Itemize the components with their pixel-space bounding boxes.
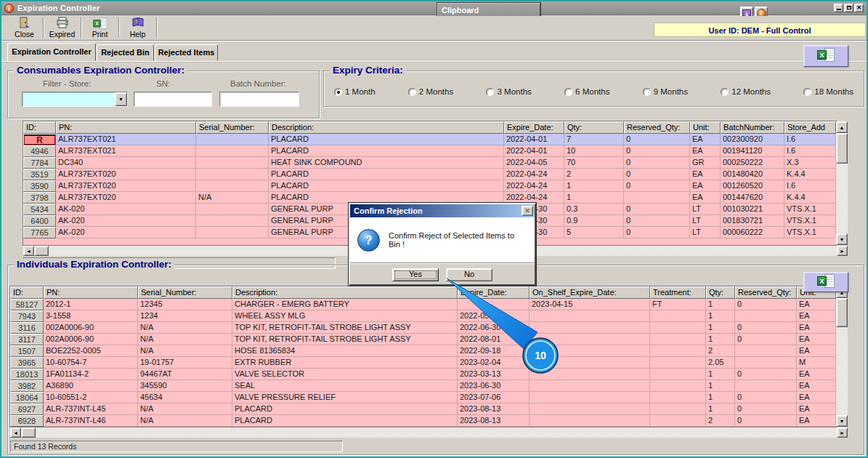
expiry-radio-2-months[interactable]: 2 Months [408,87,453,96]
column-header[interactable]: Expire_Date: [504,121,564,134]
dialog-title-bar[interactable]: Confirm Rejection ✕ [350,204,535,217]
scroll-down-button[interactable]: ▼ [836,415,848,427]
column-header[interactable]: Serial_Number: [138,286,232,299]
table-cell: PLACARD [269,192,504,204]
table-row[interactable]: 6928ALR-737INT-L46N/APLACARD2023-08-1320… [10,415,836,427]
scroll-thumb[interactable] [836,298,848,327]
column-header[interactable]: ID: [23,121,56,134]
expired-button[interactable]: Expired [45,17,79,39]
yes-button[interactable]: Yes [392,268,439,281]
radio-icon[interactable] [408,88,416,96]
individuals-hscrollbar[interactable]: ◄ ► [10,427,848,438]
restore-button[interactable] [844,4,853,12]
radio-icon[interactable] [803,88,811,96]
print-button[interactable]: X Print [83,17,117,39]
column-header[interactable]: Expire_Date: [458,286,530,299]
column-header[interactable]: Reserved_Qty: [735,286,797,299]
title-bar[interactable]: i Expiration Controller [1,1,867,15]
scroll-down-button[interactable]: ▼ [836,233,848,245]
column-header[interactable]: Qty: [706,286,735,299]
radio-icon[interactable] [564,88,572,96]
scroll-right-button[interactable]: ► [837,427,848,438]
table-row[interactable]: RALR737EXT021PLACARD2022-04-0170EA002300… [23,134,836,145]
column-header[interactable]: Qty: [564,121,624,134]
radio-icon[interactable] [643,88,651,96]
scroll-up-button[interactable]: ▲ [836,121,848,133]
scroll-right-button[interactable]: ► [837,246,848,256]
radio-icon[interactable] [486,88,494,96]
table-row[interactable]: 1507BOE2252-0005N/AHOSE 813658342022-09-… [10,345,836,357]
scroll-thumb[interactable] [34,246,49,256]
reject-flag-button[interactable]: R [24,135,55,145]
expiry-radio-18-months[interactable]: 18 Months [803,87,853,96]
table-row[interactable]: 3117002A0006-90N/ATOP KIT, RETROFIT-TAIL… [10,334,836,345]
tab-rejected-items[interactable]: Rejected Items [155,44,218,61]
column-header[interactable]: PN: [44,286,138,299]
table-cell: VTS.X.1 [784,204,836,215]
table-cell: 0 [735,403,797,415]
filter-store-dropdown[interactable]: ▼ [22,92,128,107]
table-cell [624,192,690,204]
chevron-down-icon[interactable]: ▼ [115,92,127,106]
individuals-vscrollbar[interactable]: ▲ ▼ [836,286,848,427]
table-row[interactable]: 396510-60754-719-01757EXTR RUBBER2023-02… [10,357,836,369]
table-cell: 2022-04-24 [504,192,564,204]
column-header[interactable]: BatchNumber: [721,121,784,134]
table-row[interactable]: 6927ALR-737INT-L45N/APLACARD2023-08-1310… [10,403,836,415]
radio-label: 1 Month [345,87,376,96]
table-row[interactable]: 7784DC340HEAT SINK COMPOUND2022-04-05700… [23,157,836,169]
table-cell: 1 [564,192,624,204]
column-header[interactable]: Description: [232,286,458,299]
expiry-radio-3-months[interactable]: 3 Months [486,87,531,96]
scroll-left-button[interactable]: ◄ [23,246,34,256]
scroll-thumb[interactable] [21,427,36,438]
dialog-close-icon[interactable]: ✕ [522,206,533,216]
column-header[interactable]: PN: [56,121,196,134]
column-header[interactable]: Treatment: [650,286,706,299]
tab-rejected-bin[interactable]: Rejected Bin [97,44,154,61]
table-row[interactable]: 180131FA01134-294467ATVALVE SELECTOR2023… [10,369,836,380]
table-row[interactable]: 581272012-112345CHARGER - EMERG BATTERY2… [10,299,836,310]
minimize-button[interactable] [834,4,843,12]
batch-number-input[interactable] [219,92,299,107]
table-row[interactable]: 3116002A0006-90N/ATOP KIT, RETROFIT-TAIL… [10,322,836,334]
column-header[interactable]: Unit: [690,121,721,134]
table-row[interactable]: 3519ALR737EXT020PLACARD2022-04-2420EA001… [23,169,836,180]
table-row[interactable]: 1806410-60551-245634VALVE PRESSURE RELIE… [10,392,836,403]
expiry-radio-12-months[interactable]: 12 Months [721,87,771,96]
tab-expiration-controller[interactable]: Expiration Controller [7,43,96,61]
table-row[interactable]: 3798ALR737EXT020N/APLACARD2022-04-241EA0… [23,192,836,204]
export-individuals-excel-button[interactable]: X [803,272,848,292]
expiry-radio-9-months[interactable]: 9 Months [643,87,688,96]
table-cell: 1 [706,322,735,334]
column-header[interactable]: ID: [10,286,44,299]
close-window-button[interactable]: ✕ [854,4,864,12]
radio-icon[interactable] [721,88,729,96]
expiry-radio-6-months[interactable]: 6 Months [564,87,609,96]
export-consumables-excel-button[interactable]: X [803,45,848,67]
table-row[interactable]: 3590ALR737EXT020PLACARD2022-04-2410EA001… [23,180,836,192]
table-cell: 0 [735,392,797,403]
tab-strip-line [1,61,867,62]
help-button[interactable]: ? Help [121,17,155,39]
close-button[interactable]: Close [7,17,41,39]
table-row[interactable]: 4946ALR737EXT021PLACARD2022-04-01100EA00… [23,145,836,157]
table-row[interactable]: 3982A36890345590SEAL2023-06-301EA [10,380,836,392]
expiry-radio-1-month[interactable]: 1 Month [334,87,376,96]
table-cell: ALR737EXT021 [56,145,196,157]
row-id-cell: 7765 [23,227,56,238]
column-header[interactable]: Description: [269,121,504,134]
column-header[interactable]: Reserved_Qty: [624,121,690,134]
column-header[interactable]: Serial_Number: [196,121,269,134]
scroll-left-button[interactable]: ◄ [10,427,21,438]
consumables-vscrollbar[interactable]: ▲ ▼ [836,121,848,245]
column-header[interactable]: On_Shelf_Expire_Date: [530,286,650,299]
column-header[interactable]: Store_Add [784,121,836,134]
scroll-thumb[interactable] [836,133,848,164]
no-button[interactable]: No [446,268,492,281]
table-cell: 0 [735,369,797,380]
table-cell [530,357,650,369]
table-row[interactable]: 79433-15581234WHEEL ASSY MLG2022-05-091E… [10,310,836,322]
sn-input[interactable] [134,92,212,107]
radio-icon[interactable] [334,88,342,96]
